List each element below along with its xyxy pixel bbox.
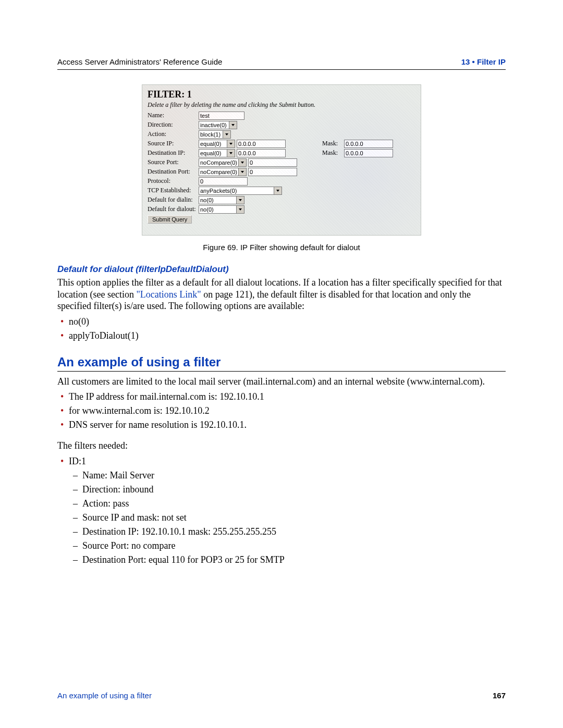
dstip-mask-input[interactable]: 0.0.0.0 (344, 149, 393, 157)
options-list: no(0) applyToDialout(1) (57, 316, 506, 341)
chevron-down-icon (223, 131, 230, 138)
section-paragraph: All customers are limited to the local m… (57, 376, 506, 388)
tcp-established-select[interactable]: anyPackets(0) (199, 187, 282, 195)
filters-needed-label: The filters needed: (57, 440, 506, 452)
submit-query-button[interactable]: Submit Query (148, 215, 192, 224)
figure-container: FILTER: 1 Delete a filter by deleting th… (57, 84, 506, 238)
list-item: Source Port: no compare (82, 540, 506, 551)
subsection-heading: Default for dialout (filterIpDefaultDial… (57, 264, 506, 275)
list-item: Direction: inbound (82, 484, 506, 495)
chevron-down-icon (236, 206, 244, 213)
srcip-op-select[interactable]: equal(0) (199, 140, 235, 148)
page-header: Access Server Administrators' Reference … (57, 57, 506, 70)
srcip-label: Source IP: (148, 140, 199, 147)
address-list: The IP address for mail.internal.com is:… (57, 391, 506, 430)
subsection-paragraph: This option applies the filter as a defa… (57, 277, 506, 312)
dstport-input[interactable]: 0 (248, 168, 297, 176)
section-heading: An example of using a filter (57, 355, 506, 372)
dstip-op-select[interactable]: equal(0) (199, 149, 235, 157)
srcip-mask-label: Mask: (322, 140, 344, 147)
chevron-down-icon (238, 168, 246, 176)
default-dialin-label: Default for dialin: (148, 196, 199, 204)
list-item: DNS server for name resolution is 192.10… (69, 419, 506, 430)
protocol-label: Protocol: (148, 177, 199, 185)
dstip-mask-label: Mask: (322, 149, 344, 157)
footer-section-name: An example of using a filter (57, 691, 152, 700)
chevron-down-icon (236, 196, 244, 204)
form-subtitle: Delete a filter by deleting the name and… (148, 101, 415, 109)
srcip-mask-input[interactable]: 0.0.0.0 (344, 140, 393, 148)
srcport-label: Source Port: (148, 158, 199, 166)
chevron-down-icon (274, 187, 282, 194)
locations-link-xref[interactable]: "Locations Link" (136, 289, 201, 300)
list-item: for www.internal.com is: 192.10.10.2 (69, 405, 506, 416)
protocol-input[interactable]: 0 (199, 177, 248, 186)
figure-caption: Figure 69. IP Filter showing default for… (57, 243, 506, 252)
name-input[interactable]: test (199, 112, 244, 120)
dstip-input[interactable]: 0.0.0.0 (237, 149, 286, 157)
tcp-established-label: TCP Established: (148, 187, 199, 194)
filter1-details: Name: Mail Server Direction: inbound Act… (69, 470, 506, 565)
list-item: ID:1 Name: Mail Server Direction: inboun… (69, 456, 506, 565)
page-number: 167 (493, 691, 506, 700)
filter-form-screenshot: FILTER: 1 Delete a filter by deleting th… (142, 84, 421, 236)
form-title: FILTER: 1 (148, 89, 415, 100)
list-item: Destination IP: 192.10.10.1 mask: 255.25… (82, 526, 506, 537)
header-chapter: 13 • Filter IP (461, 57, 506, 66)
chevron-down-icon (229, 121, 237, 129)
name-label: Name: (148, 112, 199, 119)
list-item: Action: pass (82, 498, 506, 509)
list-item: no(0) (69, 316, 506, 327)
srcport-input[interactable]: 0 (248, 158, 297, 167)
default-dialout-label: Default for dialout: (148, 205, 199, 213)
srcip-input[interactable]: 0.0.0.0 (237, 140, 286, 148)
dstip-label: Destination IP: (148, 149, 199, 157)
dstport-op-select[interactable]: noCompare(0) (199, 168, 247, 176)
default-dialin-select[interactable]: no(0) (199, 196, 244, 204)
list-item: Name: Mail Server (82, 470, 506, 481)
list-item: Destination Port: equal 110 for POP3 or … (82, 554, 506, 565)
srcport-op-select[interactable]: noCompare(0) (199, 158, 247, 167)
chevron-down-icon (227, 150, 235, 157)
chevron-down-icon (238, 159, 246, 166)
direction-select[interactable]: inactive(0) (199, 121, 237, 129)
action-select[interactable]: block(1) (199, 130, 231, 139)
page: Access Server Administrators' Reference … (0, 0, 563, 728)
chevron-down-icon (227, 140, 235, 147)
list-item: applyToDialout(1) (69, 330, 506, 341)
filters-list: ID:1 Name: Mail Server Direction: inboun… (57, 456, 506, 565)
action-label: Action: (148, 130, 199, 138)
dstport-label: Destination Port: (148, 168, 199, 176)
header-doc-title: Access Server Administrators' Reference … (57, 57, 222, 66)
list-item: The IP address for mail.internal.com is:… (69, 391, 506, 402)
list-item: Source IP and mask: not set (82, 512, 506, 523)
direction-label: Direction: (148, 121, 199, 129)
default-dialout-select[interactable]: no(0) (199, 205, 244, 214)
page-footer: An example of using a filter 167 (57, 691, 506, 700)
